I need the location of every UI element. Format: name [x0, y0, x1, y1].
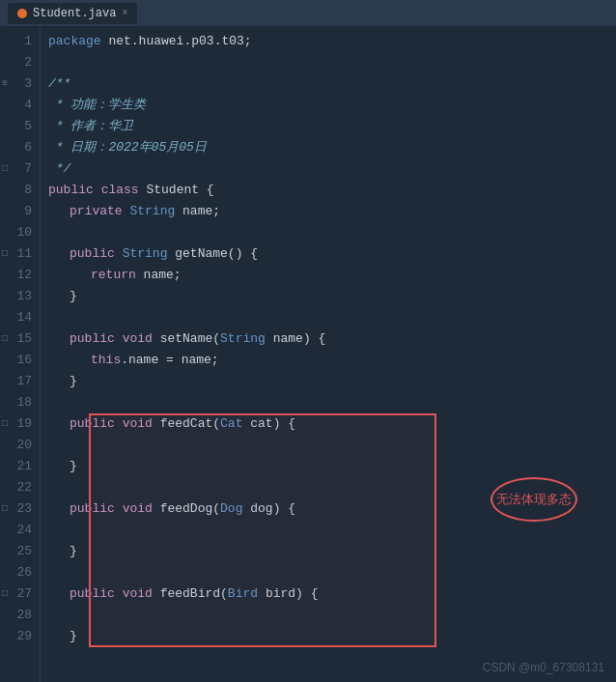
token: public: [70, 413, 115, 435]
code-line: public void feedDog(Dog dog) {: [48, 498, 616, 520]
fold-icon[interactable]: □: [2, 158, 8, 180]
code-line: [48, 520, 616, 541]
token: cat) {: [242, 413, 295, 435]
code-line: }: [48, 371, 616, 392]
line-number: 22: [0, 477, 40, 498]
code-line: * 作者：华卫: [48, 116, 616, 137]
token: name;: [175, 201, 220, 222]
token: feedDog(: [153, 498, 220, 520]
code-line: * 功能：学生类: [48, 95, 616, 116]
fold-icon[interactable]: □: [2, 413, 8, 435]
code-line: [48, 222, 616, 243]
token: */: [48, 158, 70, 180]
tab-close-button[interactable]: ×: [122, 8, 127, 18]
token: setName(: [153, 328, 220, 350]
code-area[interactable]: package net.huawei.p03.t03; /** * 功能：学生类…: [41, 27, 616, 682]
line-number: 16: [0, 350, 40, 371]
token: String: [129, 201, 175, 222]
token: Dog: [220, 498, 242, 520]
line-number: 28: [0, 605, 40, 626]
token: public: [70, 328, 115, 350]
fold-icon[interactable]: □: [2, 498, 8, 520]
token: public: [48, 180, 94, 201]
token: bird) {: [258, 583, 318, 605]
watermark: CSDN @m0_67308131: [483, 661, 604, 674]
token: void: [123, 328, 153, 350]
token: feedBird(: [153, 583, 228, 605]
code-line: [48, 477, 616, 498]
line-number: 14: [0, 307, 40, 328]
title-bar: Student.java ×: [0, 0, 616, 27]
token: }: [70, 626, 77, 647]
token: void: [123, 498, 153, 520]
token: void: [123, 413, 153, 435]
line-number: 17: [0, 371, 40, 392]
token: public: [70, 498, 115, 520]
line-number: 2: [0, 52, 40, 73]
token: /**: [48, 73, 70, 95]
code-line: }: [48, 626, 616, 647]
line-number: 9: [0, 201, 40, 222]
token: feedCat(: [153, 413, 220, 435]
code-line: [48, 605, 616, 626]
token: [115, 498, 123, 520]
line-number: 8: [0, 180, 40, 201]
code-line: this.name = name;: [48, 350, 616, 371]
token: package: [48, 31, 101, 52]
fold-icon[interactable]: ≡: [2, 73, 8, 95]
token: String: [123, 243, 168, 265]
code-line: }: [48, 456, 616, 477]
code-line: /**: [48, 73, 616, 95]
token: Student {: [139, 180, 214, 201]
token: [115, 243, 123, 265]
line-number: □11: [0, 243, 40, 265]
line-number: □27: [0, 583, 40, 605]
line-number: 10: [0, 222, 40, 243]
line-number: 5: [0, 116, 40, 137]
token: getName() {: [167, 243, 258, 265]
code-line: [48, 562, 616, 583]
token: Cat: [220, 413, 242, 435]
code-line: public class Student {: [48, 180, 616, 201]
code-line: [48, 392, 616, 413]
code-line: * 日期：2022年05月05日: [48, 137, 616, 158]
code-line: [48, 307, 616, 328]
token: this: [91, 350, 121, 371]
token: String: [220, 328, 266, 350]
code-line: */: [48, 158, 616, 180]
line-number: 29: [0, 626, 40, 647]
line-number: 25: [0, 541, 40, 562]
fold-icon[interactable]: □: [2, 243, 8, 265]
token: [123, 201, 130, 222]
token: name) {: [266, 328, 325, 350]
code-editor: 12≡3456□78910□11121314□15161718□19202122…: [0, 27, 616, 682]
token: [94, 180, 101, 201]
token: Bird: [228, 583, 258, 605]
token: public: [70, 583, 115, 605]
token: [115, 413, 123, 435]
token: class: [101, 180, 139, 201]
line-number: ≡3: [0, 73, 40, 95]
file-tab[interactable]: Student.java ×: [8, 3, 137, 24]
token: dog) {: [242, 498, 295, 520]
line-number: 13: [0, 286, 40, 307]
code-line: package net.huawei.p03.t03;: [48, 31, 616, 52]
code-line: }: [48, 541, 616, 562]
token: .name = name;: [121, 350, 218, 371]
token: }: [70, 541, 77, 562]
code-line: public String getName() {: [48, 243, 616, 265]
fold-icon[interactable]: □: [2, 583, 8, 605]
code-line: [48, 52, 616, 73]
java-file-icon: [17, 9, 27, 18]
tab-filename: Student.java: [33, 7, 116, 20]
line-number: 20: [0, 435, 40, 456]
line-number: 1: [0, 31, 40, 52]
token: private: [70, 201, 123, 222]
code-line: return name;: [48, 265, 616, 286]
line-number: □19: [0, 413, 40, 435]
line-number: 24: [0, 520, 40, 541]
token: }: [70, 456, 77, 477]
fold-icon[interactable]: □: [2, 328, 8, 350]
token: void: [123, 583, 153, 605]
line-number: 6: [0, 137, 40, 158]
